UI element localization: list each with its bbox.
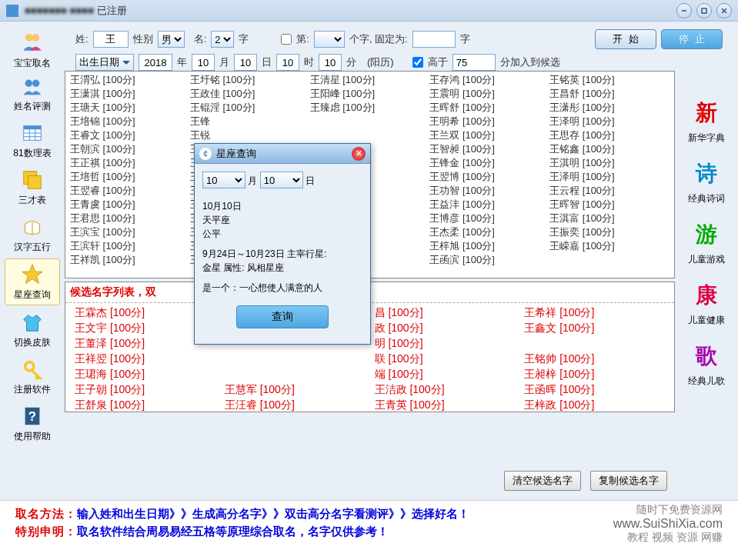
name-cell[interactable]: 王圩铭 [100分] <box>190 73 310 87</box>
name-cell[interactable]: 王淇富 [100分] <box>549 212 670 225</box>
name-cell[interactable]: 王正祺 [100分] <box>70 156 190 170</box>
name-cell[interactable]: 王锐 <box>190 128 310 142</box>
dialog-month-select[interactable]: 10 <box>202 172 245 188</box>
name-cell[interactable]: 王滨宝 [100分] <box>70 225 190 239</box>
copy-candidates-button[interactable]: 复制候选名字 <box>590 471 667 491</box>
minute-input[interactable] <box>319 54 342 71</box>
rnav-erge[interactable]: 歌经典儿歌 <box>680 341 733 388</box>
name-cell[interactable]: 王君思 [100分] <box>70 212 190 225</box>
name-cell[interactable]: 王清星 [100分] <box>310 73 430 87</box>
day-input[interactable] <box>234 54 257 71</box>
candidate-cell[interactable]: 王函晖 [100分] <box>519 382 670 397</box>
candidate-cell[interactable]: 王昶梓 [100分] <box>519 366 670 382</box>
candidate-cell[interactable]: 联 [100分] <box>370 351 520 366</box>
name-cell[interactable]: 王振奕 [100分] <box>549 225 670 239</box>
name-cell[interactable]: 王梓旭 [100分] <box>429 239 549 253</box>
clear-candidates-button[interactable]: 清空候选名字 <box>504 471 581 491</box>
dialog-titlebar[interactable]: ¢ 星座查询 ✕ <box>195 144 370 164</box>
dialog-query-button[interactable]: 查询 <box>236 305 329 328</box>
candidate-cell[interactable]: 政 [100分] <box>370 320 520 335</box>
nth-checkbox[interactable] <box>281 34 292 45</box>
surname-input[interactable] <box>93 31 129 48</box>
name-cell[interactable]: 王培锦 [100分] <box>70 115 190 128</box>
name-cell[interactable]: 王瑭天 [100分] <box>70 101 190 115</box>
name-cell[interactable]: 王铭英 [100分] <box>549 73 670 87</box>
name-cell[interactable]: 王泽明 [100分] <box>549 170 670 184</box>
nav-81-table[interactable]: 81数理表 <box>5 118 60 163</box>
name-cell[interactable]: 王朝滨 [100分] <box>70 142 190 156</box>
nav-help[interactable]: ?使用帮助 <box>5 401 60 446</box>
year-input[interactable] <box>139 54 172 71</box>
nav-name-eval[interactable]: 姓名评测 <box>5 71 60 116</box>
candidate-cell[interactable] <box>220 351 370 366</box>
candidate-cell[interactable]: 昌 [100分] <box>370 305 520 320</box>
minimize-button[interactable] <box>676 3 692 18</box>
name-cell[interactable]: 王渭弘 [100分] <box>70 73 190 87</box>
name-cell[interactable]: 王臻虑 [100分] <box>310 101 430 115</box>
candidate-cell[interactable]: 王梓政 [100分] <box>519 397 670 412</box>
name-cell[interactable]: 王晖智 [100分] <box>549 198 670 212</box>
name-count-select[interactable]: 2 <box>211 31 234 48</box>
name-cell[interactable]: 王锋 <box>190 115 310 128</box>
candidate-cell[interactable]: 王希祥 [100分] <box>519 305 670 320</box>
name-cell[interactable]: 王博彦 [100分] <box>429 212 549 225</box>
name-cell[interactable]: 王政佳 [100分] <box>190 87 310 101</box>
name-cell[interactable]: 王功智 [100分] <box>429 184 549 198</box>
name-cell[interactable]: 王铭鑫 [100分] <box>549 142 670 156</box>
dialog-day-select[interactable]: 10 <box>260 172 303 188</box>
candidate-cell[interactable]: 王子朝 [100分] <box>70 382 220 397</box>
name-cell[interactable]: 王智昶 [100分] <box>429 142 549 156</box>
name-cell[interactable]: 王嵘嘉 [100分] <box>549 239 670 253</box>
candidate-cell[interactable]: 王慧军 [100分] <box>220 382 370 397</box>
name-cell[interactable]: 王培哲 [100分] <box>70 170 190 184</box>
name-cell[interactable]: 王潇淇 [100分] <box>70 87 190 101</box>
name-cell[interactable]: 王益沣 [100分] <box>429 198 549 212</box>
nav-skin[interactable]: 切换皮肤 <box>5 307 60 352</box>
name-cell[interactable]: 王锟淫 [100分] <box>190 101 310 115</box>
candidate-cell[interactable]: 王祥翌 [100分] <box>70 351 220 366</box>
name-cell[interactable] <box>549 253 670 267</box>
candidate-cell[interactable]: 端 [100分] <box>370 366 520 382</box>
name-cell[interactable]: 王存鸿 [100分] <box>429 73 549 87</box>
name-cell[interactable]: 王淇明 [100分] <box>549 156 670 170</box>
higher-than-checkbox[interactable] <box>412 57 423 68</box>
candidate-cell[interactable]: 王洁政 [100分] <box>370 382 520 397</box>
name-cell[interactable]: 王晖舒 [100分] <box>429 101 549 115</box>
name-cell[interactable]: 王祥凯 [100分] <box>70 253 190 267</box>
month-input[interactable] <box>192 54 215 71</box>
candidate-cell[interactable]: 明 [100分] <box>370 335 520 351</box>
candidate-cell[interactable] <box>519 335 670 351</box>
name-cell[interactable] <box>310 115 430 128</box>
name-cell[interactable]: 王函滨 [100分] <box>429 253 549 267</box>
name-cell[interactable]: 王滨轩 [100分] <box>70 239 190 253</box>
nth-select[interactable] <box>314 31 345 48</box>
gender-select[interactable]: 男 <box>158 31 185 48</box>
name-cell[interactable]: 王阳峰 [100分] <box>310 87 430 101</box>
rnav-youxi[interactable]: 游儿童游戏 <box>680 219 733 266</box>
candidate-cell[interactable]: 王鑫文 [100分] <box>519 320 670 335</box>
start-button[interactable]: 开始 <box>595 29 656 49</box>
rnav-xinhua[interactable]: 新新华字典 <box>680 98 733 145</box>
name-cell[interactable]: 王兰双 [100分] <box>429 128 549 142</box>
name-cell[interactable]: 王云程 [100分] <box>549 184 670 198</box>
higher-than-input[interactable] <box>452 54 496 71</box>
candidate-cell[interactable]: 王珺海 [100分] <box>70 366 220 382</box>
name-cell[interactable]: 王睿文 [100分] <box>70 128 190 142</box>
name-cell[interactable]: 王杰柔 [100分] <box>429 225 549 239</box>
nav-baby-name[interactable]: 宝宝取名 <box>5 28 60 70</box>
candidate-cell[interactable]: 王铭帅 [100分] <box>519 351 670 366</box>
name-cell[interactable]: 王震明 [100分] <box>429 87 549 101</box>
candidate-cell[interactable]: 王青英 [100分] <box>370 397 520 412</box>
stop-button[interactable]: 停止 <box>661 29 723 49</box>
name-cell[interactable]: 王翌博 [100分] <box>429 170 549 184</box>
name-cell[interactable]: 王明希 [100分] <box>429 115 549 128</box>
nav-hanzi-wuxing[interactable]: 汉字五行 <box>5 212 60 257</box>
candidate-cell[interactable]: 王舒泉 [100分] <box>70 397 220 412</box>
name-cell[interactable]: 王潇彤 [100分] <box>549 101 670 115</box>
name-cell[interactable]: 王青虞 [100分] <box>70 198 190 212</box>
rnav-jiankang[interactable]: 康儿童健康 <box>680 280 733 327</box>
name-cell[interactable]: 王泽明 [100分] <box>549 115 670 128</box>
name-cell[interactable] <box>310 128 430 142</box>
hour-input[interactable] <box>276 54 299 71</box>
fixed-char-input[interactable] <box>412 31 456 48</box>
